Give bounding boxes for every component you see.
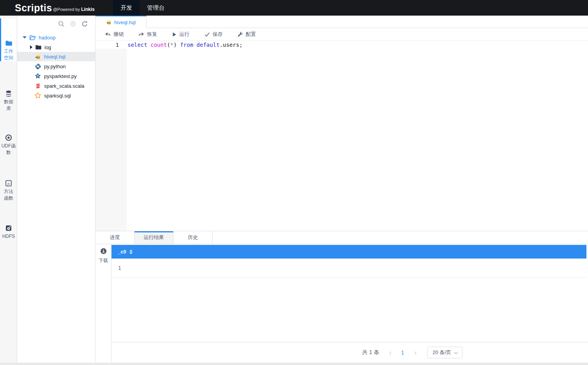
hdfs-drive-icon bbox=[5, 224, 12, 232]
code-token: count bbox=[151, 42, 167, 48]
download-label: 下载 bbox=[99, 257, 108, 264]
scala-icon bbox=[34, 83, 41, 89]
download-button[interactable]: 下载 bbox=[99, 248, 108, 264]
results-panel: _c0 1 共 1 条 ‹ 1 › 20 条/页 bbox=[112, 244, 588, 363]
tree-node-label: spark_scala.scala bbox=[44, 83, 84, 89]
table-header-c0[interactable]: _c0 bbox=[112, 245, 586, 259]
code-text: select count(*) from default.users; bbox=[128, 41, 243, 49]
run-label: 运行 bbox=[179, 31, 190, 38]
tree-node-python[interactable]: py.python bbox=[17, 62, 95, 71]
brand-powered-by: @Powered by Linkis bbox=[53, 7, 95, 12]
rail-label-line: 数 bbox=[6, 150, 11, 155]
udf-target-icon bbox=[5, 134, 12, 142]
top-nav: 开发 管理台 bbox=[113, 0, 172, 16]
tree-node-hiveql[interactable]: hiveql.hql bbox=[17, 52, 95, 61]
refresh-icon[interactable] bbox=[81, 20, 88, 27]
line-number: 1 bbox=[96, 41, 119, 49]
caret-collapsed-icon[interactable] bbox=[30, 45, 32, 49]
page-size-label: 20 条/页 bbox=[432, 349, 451, 356]
workspace-folder-icon bbox=[5, 39, 12, 47]
sort-icon[interactable] bbox=[129, 250, 133, 254]
code-line-1[interactable]: 1 select count(*) from default.users; bbox=[96, 41, 588, 49]
table-row[interactable]: 1 bbox=[112, 259, 586, 278]
config-wrench-icon bbox=[237, 31, 243, 37]
code-token: * bbox=[170, 42, 174, 48]
rail-item-workspace[interactable]: 工作 空间 bbox=[0, 39, 17, 61]
tab-run-results[interactable]: 运行结果 bbox=[135, 231, 174, 244]
rail-label-line: UDF函 bbox=[2, 143, 16, 149]
scriptis-app: Scriptis @Powered by Linkis 开发 管理台 工作 空间… bbox=[0, 0, 588, 365]
search-icon[interactable] bbox=[58, 20, 65, 27]
editor-tabbar: hiveql.hql bbox=[96, 16, 588, 28]
tree-node-label: hiveql.hql bbox=[44, 54, 66, 60]
results-tabbar: 进度 运行结果 历史 bbox=[96, 231, 588, 244]
rail-label-line: HDFS bbox=[2, 234, 15, 239]
editor-tab-hiveql[interactable]: hiveql.hql bbox=[96, 16, 147, 28]
next-page-button[interactable]: › bbox=[414, 349, 416, 356]
column-header-label: _c0 bbox=[118, 249, 126, 255]
undo-label: 撤销 bbox=[113, 31, 124, 38]
rail-label-line: 库 bbox=[6, 106, 11, 111]
tree-node-pyspark[interactable]: pysparktest.py bbox=[17, 71, 95, 81]
tab-history[interactable]: 历史 bbox=[174, 231, 213, 244]
rail-label-line: 函数 bbox=[4, 195, 13, 201]
code-editor[interactable]: 1 select count(*) from default.users; bbox=[96, 41, 588, 231]
redo-button[interactable]: 恢复 bbox=[138, 31, 157, 38]
tab-progress[interactable]: 进度 bbox=[96, 231, 135, 244]
pagination-bar: 共 1 条 ‹ 1 › 20 条/页 bbox=[112, 342, 588, 363]
run-button[interactable]: 运行 bbox=[172, 31, 190, 38]
left-rail: 工作 空间 数据 库 UDF函 数 fx 方法 函数 HDFS bbox=[0, 16, 17, 363]
python-icon bbox=[34, 63, 41, 70]
rail-item-methods[interactable]: fx 方法 函数 bbox=[0, 179, 17, 202]
config-button[interactable]: 配置 bbox=[237, 31, 256, 38]
tree-node-hadoop[interactable]: hadoop bbox=[17, 33, 95, 42]
redo-label: 恢复 bbox=[147, 31, 157, 38]
save-icon bbox=[204, 32, 210, 37]
brand-linkis: Linkis bbox=[81, 7, 95, 12]
prev-page-button[interactable]: ‹ bbox=[390, 349, 392, 356]
nav-tab-develop[interactable]: 开发 bbox=[113, 0, 140, 16]
file-tree-panel: hadoop log hiveql.hql py.python pysparkt… bbox=[17, 16, 96, 363]
fx-function-icon: fx bbox=[5, 179, 12, 187]
brand-logo[interactable]: Scriptis @Powered by Linkis bbox=[15, 0, 95, 16]
editor-gutter bbox=[96, 41, 127, 231]
config-label: 配置 bbox=[246, 31, 256, 38]
rail-item-database[interactable]: 数据 库 bbox=[0, 90, 17, 112]
folder-icon bbox=[35, 44, 42, 50]
locate-icon[interactable] bbox=[69, 20, 76, 27]
rail-item-hdfs[interactable]: HDFS bbox=[0, 224, 17, 240]
tree-node-log[interactable]: log bbox=[17, 43, 95, 52]
tree-node-label: hadoop bbox=[39, 35, 55, 41]
save-button[interactable]: 保存 bbox=[204, 31, 223, 38]
tree-node-scala[interactable]: spark_scala.scala bbox=[17, 81, 95, 90]
code-token: ( bbox=[167, 42, 170, 48]
topbar: Scriptis @Powered by Linkis 开发 管理台 bbox=[0, 0, 588, 16]
tree-node-sparksql[interactable]: sparksql.sql bbox=[17, 91, 95, 100]
caret-expanded-icon[interactable] bbox=[23, 36, 27, 39]
code-token: from bbox=[180, 42, 197, 48]
code-token: select bbox=[128, 42, 151, 48]
results-side-gutter: 下载 bbox=[96, 244, 112, 363]
current-page-button[interactable]: 1 bbox=[401, 349, 404, 356]
sparksql-icon bbox=[34, 92, 41, 99]
nav-tab-console[interactable]: 管理台 bbox=[140, 0, 172, 16]
rail-item-udf[interactable]: UDF函 数 bbox=[0, 134, 17, 156]
tree-node-label: py.python bbox=[44, 64, 66, 69]
chevron-down-icon bbox=[454, 350, 458, 354]
hive-bee-icon bbox=[34, 53, 41, 60]
undo-button[interactable]: 撤销 bbox=[104, 31, 124, 38]
tree-toolbar bbox=[58, 20, 88, 27]
folder-open-icon bbox=[29, 35, 36, 41]
editor-toolbar: 撤销 恢复 运行 保存 配置 bbox=[96, 28, 588, 41]
database-icon bbox=[5, 90, 12, 97]
rail-label-line: 工作 bbox=[4, 48, 13, 54]
brand-name: Scriptis bbox=[15, 2, 52, 14]
redo-icon bbox=[138, 31, 145, 38]
pagination-total: 共 1 条 bbox=[362, 349, 379, 356]
undo-icon bbox=[104, 31, 111, 38]
horizontal-scrollbar[interactable] bbox=[0, 363, 588, 365]
page-size-select[interactable]: 20 条/页 bbox=[427, 347, 462, 358]
pyspark-icon bbox=[34, 73, 41, 80]
tree-node-label: sparksql.sql bbox=[44, 93, 71, 99]
rail-label-line: 方法 bbox=[4, 189, 13, 194]
